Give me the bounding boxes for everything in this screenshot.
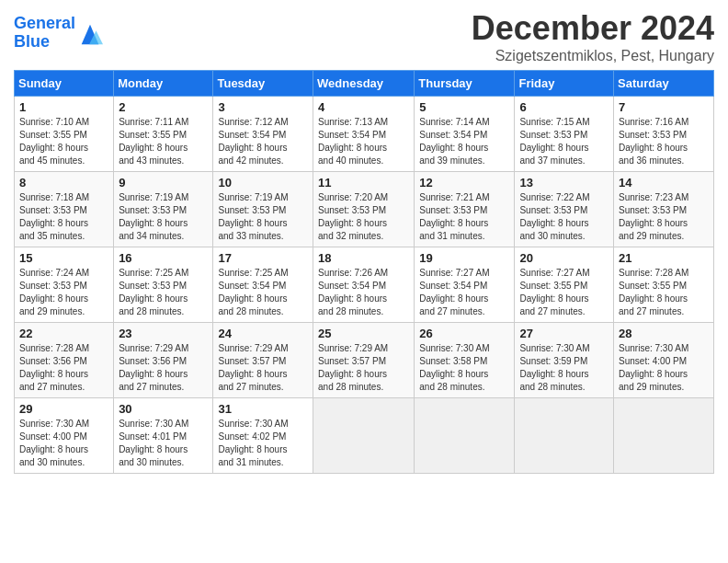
- day-cell-2: 2Sunrise: 7:11 AM Sunset: 3:55 PM Daylig…: [114, 97, 213, 172]
- calendar-table: SundayMondayTuesdayWednesdayThursdayFrid…: [14, 70, 714, 474]
- day-number: 29: [19, 402, 108, 416]
- day-cell-13: 13Sunrise: 7:22 AM Sunset: 3:53 PM Dayli…: [515, 172, 614, 247]
- day-cell-31: 31Sunrise: 7:30 AM Sunset: 4:02 PM Dayli…: [213, 398, 313, 474]
- day-number: 22: [19, 327, 108, 340]
- calendar-header-row: SundayMondayTuesdayWednesdayThursdayFrid…: [15, 71, 714, 97]
- day-number: 3: [218, 100, 308, 114]
- day-number: 4: [318, 100, 409, 114]
- day-number: 19: [419, 251, 509, 265]
- day-number: 13: [519, 176, 609, 190]
- day-number: 24: [218, 327, 308, 340]
- day-cell-10: 10Sunrise: 7:19 AM Sunset: 3:53 PM Dayli…: [213, 172, 313, 247]
- day-info: Sunrise: 7:19 AM Sunset: 3:53 PM Dayligh…: [218, 191, 308, 243]
- day-cell-25: 25Sunrise: 7:29 AM Sunset: 3:57 PM Dayli…: [313, 323, 415, 398]
- day-number: 28: [619, 327, 709, 340]
- title-area: December 2024 Szigetszentmiklos, Pest, H…: [472, 9, 714, 64]
- week-row-5: 29Sunrise: 7:30 AM Sunset: 4:00 PM Dayli…: [15, 398, 714, 474]
- calendar-body: 1Sunrise: 7:10 AM Sunset: 3:55 PM Daylig…: [15, 97, 714, 474]
- day-number: 18: [318, 251, 409, 265]
- day-info: Sunrise: 7:16 AM Sunset: 3:53 PM Dayligh…: [619, 116, 709, 167]
- logo-icon: [77, 20, 103, 46]
- day-number: 8: [19, 176, 108, 190]
- day-cell-4: 4Sunrise: 7:13 AM Sunset: 3:54 PM Daylig…: [313, 97, 415, 172]
- day-info: Sunrise: 7:28 AM Sunset: 3:55 PM Dayligh…: [619, 267, 709, 318]
- day-info: Sunrise: 7:25 AM Sunset: 3:54 PM Dayligh…: [218, 267, 308, 318]
- day-cell-15: 15Sunrise: 7:24 AM Sunset: 3:53 PM Dayli…: [15, 247, 114, 323]
- day-info: Sunrise: 7:30 AM Sunset: 4:01 PM Dayligh…: [119, 418, 208, 469]
- day-cell-16: 16Sunrise: 7:25 AM Sunset: 3:53 PM Dayli…: [114, 247, 213, 323]
- day-number: 23: [119, 327, 208, 340]
- day-number: 25: [318, 327, 409, 340]
- day-info: Sunrise: 7:27 AM Sunset: 3:55 PM Dayligh…: [519, 267, 609, 318]
- day-info: Sunrise: 7:20 AM Sunset: 3:53 PM Dayligh…: [318, 191, 409, 243]
- day-number: 15: [19, 251, 108, 265]
- day-cell-26: 26Sunrise: 7:30 AM Sunset: 3:58 PM Dayli…: [415, 323, 515, 398]
- day-info: Sunrise: 7:26 AM Sunset: 3:54 PM Dayligh…: [318, 267, 409, 318]
- day-cell-22: 22Sunrise: 7:28 AM Sunset: 3:56 PM Dayli…: [15, 323, 114, 398]
- day-info: Sunrise: 7:11 AM Sunset: 3:55 PM Dayligh…: [119, 116, 208, 167]
- day-number: 7: [619, 100, 709, 114]
- day-number: 17: [218, 251, 308, 265]
- day-info: Sunrise: 7:10 AM Sunset: 3:55 PM Dayligh…: [19, 116, 108, 167]
- day-info: Sunrise: 7:21 AM Sunset: 3:53 PM Dayligh…: [419, 191, 509, 243]
- month-title: December 2024: [472, 9, 714, 48]
- day-number: 11: [318, 176, 409, 190]
- header-day-wednesday: Wednesday: [313, 71, 415, 97]
- day-info: Sunrise: 7:30 AM Sunset: 3:58 PM Dayligh…: [419, 342, 509, 394]
- day-number: 26: [419, 327, 509, 340]
- day-info: Sunrise: 7:14 AM Sunset: 3:54 PM Dayligh…: [419, 116, 509, 167]
- header-day-saturday: Saturday: [614, 71, 714, 97]
- day-number: 2: [119, 100, 208, 114]
- day-number: 27: [519, 327, 609, 340]
- day-cell-20: 20Sunrise: 7:27 AM Sunset: 3:55 PM Dayli…: [515, 247, 614, 323]
- day-cell-18: 18Sunrise: 7:26 AM Sunset: 3:54 PM Dayli…: [313, 247, 415, 323]
- day-number: 1: [19, 100, 108, 114]
- day-info: Sunrise: 7:30 AM Sunset: 4:00 PM Dayligh…: [19, 418, 108, 469]
- day-info: Sunrise: 7:30 AM Sunset: 4:02 PM Dayligh…: [218, 418, 308, 469]
- day-info: Sunrise: 7:15 AM Sunset: 3:53 PM Dayligh…: [519, 116, 609, 167]
- day-info: Sunrise: 7:28 AM Sunset: 3:56 PM Dayligh…: [19, 342, 108, 394]
- day-info: Sunrise: 7:29 AM Sunset: 3:57 PM Dayligh…: [318, 342, 409, 394]
- day-cell-27: 27Sunrise: 7:30 AM Sunset: 3:59 PM Dayli…: [515, 323, 614, 398]
- day-number: 16: [119, 251, 208, 265]
- empty-cell: [313, 398, 415, 474]
- day-info: Sunrise: 7:18 AM Sunset: 3:53 PM Dayligh…: [19, 191, 108, 243]
- day-cell-1: 1Sunrise: 7:10 AM Sunset: 3:55 PM Daylig…: [15, 97, 114, 172]
- day-info: Sunrise: 7:23 AM Sunset: 3:53 PM Dayligh…: [619, 191, 709, 243]
- day-info: Sunrise: 7:13 AM Sunset: 3:54 PM Dayligh…: [318, 116, 409, 167]
- week-row-1: 1Sunrise: 7:10 AM Sunset: 3:55 PM Daylig…: [15, 97, 714, 172]
- day-cell-12: 12Sunrise: 7:21 AM Sunset: 3:53 PM Dayli…: [415, 172, 515, 247]
- logo-text: General Blue: [14, 15, 75, 52]
- day-cell-14: 14Sunrise: 7:23 AM Sunset: 3:53 PM Dayli…: [614, 172, 714, 247]
- day-cell-29: 29Sunrise: 7:30 AM Sunset: 4:00 PM Dayli…: [15, 398, 114, 474]
- week-row-4: 22Sunrise: 7:28 AM Sunset: 3:56 PM Dayli…: [15, 323, 714, 398]
- logo: General Blue: [14, 15, 103, 52]
- location-title: Szigetszentmiklos, Pest, Hungary: [472, 48, 714, 64]
- day-info: Sunrise: 7:25 AM Sunset: 3:53 PM Dayligh…: [119, 267, 208, 318]
- day-cell-5: 5Sunrise: 7:14 AM Sunset: 3:54 PM Daylig…: [415, 97, 515, 172]
- day-number: 30: [119, 402, 208, 416]
- header-day-monday: Monday: [114, 71, 213, 97]
- day-number: 20: [519, 251, 609, 265]
- day-info: Sunrise: 7:27 AM Sunset: 3:54 PM Dayligh…: [419, 267, 509, 318]
- day-info: Sunrise: 7:12 AM Sunset: 3:54 PM Dayligh…: [218, 116, 308, 167]
- day-info: Sunrise: 7:22 AM Sunset: 3:53 PM Dayligh…: [519, 191, 609, 243]
- day-cell-6: 6Sunrise: 7:15 AM Sunset: 3:53 PM Daylig…: [515, 97, 614, 172]
- day-number: 6: [519, 100, 609, 114]
- week-row-2: 8Sunrise: 7:18 AM Sunset: 3:53 PM Daylig…: [15, 172, 714, 247]
- empty-cell: [614, 398, 714, 474]
- empty-cell: [415, 398, 515, 474]
- day-cell-30: 30Sunrise: 7:30 AM Sunset: 4:01 PM Dayli…: [114, 398, 213, 474]
- page-header: General Blue December 2024 Szigetszentmi…: [14, 9, 714, 64]
- day-cell-8: 8Sunrise: 7:18 AM Sunset: 3:53 PM Daylig…: [15, 172, 114, 247]
- day-number: 5: [419, 100, 509, 114]
- day-cell-7: 7Sunrise: 7:16 AM Sunset: 3:53 PM Daylig…: [614, 97, 714, 172]
- header-day-sunday: Sunday: [15, 71, 114, 97]
- empty-cell: [515, 398, 614, 474]
- day-cell-3: 3Sunrise: 7:12 AM Sunset: 3:54 PM Daylig…: [213, 97, 313, 172]
- day-cell-23: 23Sunrise: 7:29 AM Sunset: 3:56 PM Dayli…: [114, 323, 213, 398]
- day-cell-24: 24Sunrise: 7:29 AM Sunset: 3:57 PM Dayli…: [213, 323, 313, 398]
- day-number: 31: [218, 402, 308, 416]
- day-info: Sunrise: 7:24 AM Sunset: 3:53 PM Dayligh…: [19, 267, 108, 318]
- header-day-friday: Friday: [515, 71, 614, 97]
